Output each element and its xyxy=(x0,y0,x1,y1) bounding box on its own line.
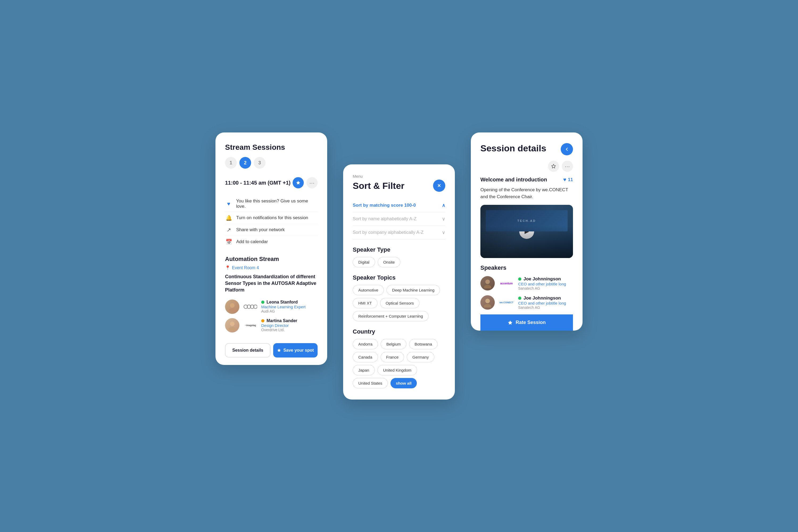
status-dot-green xyxy=(518,278,521,281)
session-details-button[interactable]: Session details xyxy=(225,343,270,358)
svg-point-0 xyxy=(230,303,234,307)
imagotag-logo: ···imagotag xyxy=(243,322,258,329)
session-description: Opening of the Conference by we.CONECT a… xyxy=(480,187,573,200)
video-crowd-overlay xyxy=(480,226,573,258)
more-options-button[interactable]: ··· xyxy=(306,177,318,188)
country-tags: Andorra Belgium Botswana Canada France G… xyxy=(353,339,445,388)
country-title: Country xyxy=(353,328,445,335)
tag-belgium[interactable]: Belgium xyxy=(381,339,406,349)
sort-filter-card: Menu Sort & Filter × Sort by matching sc… xyxy=(343,165,455,400)
notification-action[interactable]: 🔔 Turn on notifications for this session xyxy=(225,212,318,224)
session-speaker-name-2: Joe Johnningson xyxy=(524,296,561,301)
session-details-card: Session details ··· Welcome and introduc… xyxy=(471,132,583,331)
speakers-section-title: Speakers xyxy=(480,264,573,271)
video-thumbnail[interactable]: TECH.AD ▶ xyxy=(480,205,573,258)
action-list: ♥ You like this session? Give us some lo… xyxy=(225,196,318,248)
session-speaker-joe2: we.CONECT Joe Johnningson CEO and other … xyxy=(480,295,573,310)
tab-3[interactable]: 3 xyxy=(254,157,265,169)
session-speaker-joe1: accenture Joe Johnningson CEO and other … xyxy=(480,276,573,290)
speaker-type-tags: Digital Onsite xyxy=(353,257,445,267)
tab-1[interactable]: 1 xyxy=(225,157,237,169)
bell-icon: 🔔 xyxy=(225,215,232,221)
tag-automotive[interactable]: Automotive xyxy=(353,285,384,295)
speaker-name: Martina Sander xyxy=(267,318,298,323)
speaker-company: Overdrive Ltd. xyxy=(261,328,298,332)
tab-2[interactable]: 2 xyxy=(240,157,251,169)
session-header: Session details xyxy=(480,143,573,155)
tag-us[interactable]: United States xyxy=(353,378,388,388)
session-speaker-role: CEO and other jobtitle long xyxy=(518,282,566,286)
rate-session-button[interactable]: Rate Session xyxy=(480,315,573,331)
bookmark-button[interactable] xyxy=(292,177,304,188)
status-dot-green xyxy=(261,301,264,304)
speaker-info-martina: Martina Sander Design Director Overdrive… xyxy=(261,318,298,332)
share-action[interactable]: ↗ Share with your network xyxy=(225,224,318,236)
session-speaker-company-2: Sanatech AG xyxy=(518,305,566,310)
status-dot-yellow xyxy=(261,319,264,322)
stream-sessions-card: Stream Sessions 1 2 3 11:00 - 11:45 am (… xyxy=(215,132,327,365)
tag-hmi[interactable]: HMI XT xyxy=(353,298,377,308)
status-dot-green-2 xyxy=(518,297,521,300)
heart-icon-blue: ♥ xyxy=(563,177,566,183)
speaker-item-martina: ···imagotag Martina Sander Design Direct… xyxy=(225,318,318,332)
session-bookmark-button[interactable] xyxy=(548,161,559,172)
like-action[interactable]: ♥ You like this session? Give us some lo… xyxy=(225,196,318,212)
svg-point-9 xyxy=(484,285,491,288)
filter-title: Sort & Filter xyxy=(353,180,404,191)
svg-point-8 xyxy=(485,280,490,284)
close-filter-button[interactable]: × xyxy=(433,179,445,192)
tag-onsite[interactable]: Onsite xyxy=(378,257,400,267)
time-actions: ··· xyxy=(292,177,318,188)
tag-reinforcement[interactable]: Reinforcement + Computer Learning xyxy=(353,311,429,321)
save-spot-button[interactable]: Save your spot xyxy=(273,343,318,358)
tag-canada[interactable]: Canada xyxy=(353,352,378,362)
card-footer-buttons: Session details Save your spot xyxy=(225,339,318,365)
back-button[interactable] xyxy=(561,143,573,155)
speaker-item-leona: Leona Stanford Machine Learning Expert A… xyxy=(225,300,318,314)
filter-header: Sort & Filter × xyxy=(353,179,445,192)
session-speaker-info-joe1: Joe Johnningson CEO and other jobtitle l… xyxy=(518,277,566,290)
speaker-avatar-joe1 xyxy=(480,276,495,290)
tag-andorra[interactable]: Andorra xyxy=(353,339,378,349)
speaker-role: Design Director xyxy=(261,323,298,328)
tag-uk[interactable]: United Kingdom xyxy=(377,365,417,375)
tag-germany[interactable]: Germany xyxy=(407,352,434,362)
location-row: 📍 Event Room 4 xyxy=(225,265,318,270)
tag-deep-ml[interactable]: Deep Machine Learning xyxy=(386,285,440,295)
share-icon: ↗ xyxy=(225,227,232,233)
automation-stream-title: Automation Stream xyxy=(225,255,318,263)
rate-session-label: Rate Session xyxy=(515,320,546,325)
tag-japan[interactable]: Japan xyxy=(353,365,375,375)
tag-digital[interactable]: Digital xyxy=(353,257,375,267)
svg-point-10 xyxy=(485,299,490,303)
weconect-logo: we.CONECT xyxy=(498,299,514,306)
session-time: 11:00 - 11:45 am (GMT +1) xyxy=(225,180,290,186)
speaker-name: Leona Stanford xyxy=(267,300,298,305)
calendar-action[interactable]: 📅 Add to calendar xyxy=(225,236,318,248)
speaker-list: Leona Stanford Machine Learning Expert A… xyxy=(225,300,318,332)
sort-option-company[interactable]: Sort by company alphabetically A-Z ∨ xyxy=(353,226,445,240)
show-all-button[interactable]: show all xyxy=(391,378,417,388)
svg-point-11 xyxy=(484,304,491,307)
session-welcome-row: Welcome and introduction ♥ 11 xyxy=(480,177,573,183)
like-number: 11 xyxy=(568,177,573,183)
session-more-button[interactable]: ··· xyxy=(562,161,573,172)
chevron-up-icon: ∧ xyxy=(442,203,445,208)
chevron-down-icon-1: ∨ xyxy=(442,216,445,222)
sort-option-name[interactable]: Sort by name alphabetically A-Z ∨ xyxy=(353,212,445,226)
tag-france[interactable]: France xyxy=(381,352,404,362)
calendar-icon: 📅 xyxy=(225,239,232,245)
menu-label: Menu xyxy=(353,174,445,178)
session-name: Continuous Standardization of different … xyxy=(225,273,318,294)
stream-tabs: 1 2 3 xyxy=(225,157,318,169)
speaker-info-leona: Leona Stanford Machine Learning Expert A… xyxy=(261,300,306,314)
svg-point-1 xyxy=(229,308,236,311)
svg-point-7 xyxy=(229,327,236,330)
speaker-avatar-joe2 xyxy=(480,295,495,310)
accenture-logo: accenture xyxy=(498,280,514,287)
audi-logo xyxy=(243,303,258,310)
tag-optical[interactable]: Optical Sensors xyxy=(380,298,419,308)
sort-option-matching[interactable]: Sort by matching score 100-0 ∧ xyxy=(353,199,445,212)
speaker-type-title: Speaker Type xyxy=(353,246,445,253)
tag-botswana[interactable]: Botswana xyxy=(409,339,438,349)
